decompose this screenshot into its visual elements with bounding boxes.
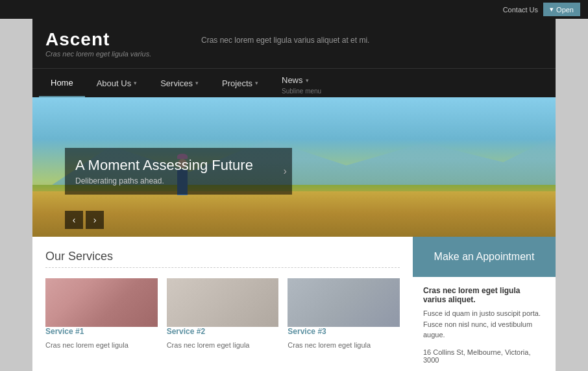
open-label: Open xyxy=(556,6,574,14)
service-image-2 xyxy=(167,278,279,327)
service-item-2: Service #2 Cras nec lorem eget ligula xyxy=(167,278,279,350)
service-image-3 xyxy=(288,278,400,327)
hero-ground xyxy=(32,191,556,237)
nav-item-about[interactable]: About Us ▾ xyxy=(85,69,149,97)
service-link-2[interactable]: Service #2 xyxy=(167,327,279,336)
nav-item-services[interactable]: Services ▾ xyxy=(149,69,210,97)
sidebar-bold-text: Cras nec lorem eget ligula varius alique… xyxy=(423,286,545,304)
chevron-down-icon: ▾ xyxy=(134,80,137,86)
chevron-down-icon: ▾ xyxy=(306,77,309,84)
hero-title: A Moment Assessing Future xyxy=(75,157,253,174)
logo-title: Ascent xyxy=(45,29,175,50)
sidebar-body-text: Fusce id quam in justo suscipit porta. F… xyxy=(423,308,545,341)
top-bar: Contact Us ▾ Open xyxy=(0,0,588,19)
hero-subtitle: Deliberating paths ahead. xyxy=(75,176,253,186)
services-divider xyxy=(45,267,400,268)
sidebar-content: Cras nec lorem eget ligula varius alique… xyxy=(413,277,556,371)
service-item-1: Service #1 Cras nec lorem eget ligula xyxy=(45,278,158,350)
nav-label-news: News xyxy=(282,75,303,85)
service-link-1[interactable]: Service #1 xyxy=(45,327,158,336)
appointment-button[interactable]: Make an Appointment xyxy=(413,237,556,277)
nav-item-projects[interactable]: Projects ▾ xyxy=(210,69,270,97)
sidebar-address: 16 Collins St, Melbourne, Victoria, 3000 xyxy=(423,348,545,364)
logo-subtitle: Cras nec lorem eget ligula varius. xyxy=(45,50,175,58)
center-column: Ascent Cras nec lorem eget ligula varius… xyxy=(32,19,556,371)
hero-next-arrow[interactable]: › xyxy=(284,165,287,177)
hero-prev-button[interactable]: ‹ xyxy=(65,211,83,229)
nav-label-home: Home xyxy=(51,78,73,88)
nav-item-news[interactable]: News ▾ Subline menu xyxy=(270,69,333,97)
services-title: Our Services xyxy=(45,250,400,263)
chevron-down-icon: ▾ xyxy=(255,80,258,86)
page-wrapper: Contact Us ▾ Open Ascent Cras nec lorem … xyxy=(0,0,588,371)
header-tagline: Cras nec lorem eget ligula varius alique… xyxy=(188,29,556,51)
nav-subline-news: Subline menu xyxy=(282,88,321,95)
nav-label-projects: Projects xyxy=(222,78,252,88)
nav-label-services: Services xyxy=(160,78,193,88)
open-button[interactable]: ▾ Open xyxy=(543,3,580,16)
hero-overlay: A Moment Assessing Future Deliberating p… xyxy=(65,148,292,195)
nav-item-home[interactable]: Home xyxy=(39,69,85,97)
service-desc-2: Cras nec lorem eget ligula xyxy=(167,341,250,349)
contact-us-link[interactable]: Contact Us xyxy=(503,6,538,14)
chevron-down-icon: ▾ xyxy=(550,5,554,14)
service-desc-1: Cras nec lorem eget ligula xyxy=(45,341,129,349)
chevron-down-icon: ▾ xyxy=(195,80,199,86)
hero-navigation: ‹ › xyxy=(65,211,104,229)
right-sidebar: Make an Appointment Cras nec lorem eget … xyxy=(413,237,556,371)
hero-section: A Moment Assessing Future Deliberating p… xyxy=(32,97,556,237)
main-nav: Home About Us ▾ Services ▾ Projects ▾ Ne… xyxy=(32,68,556,97)
service-link-3[interactable]: Service #3 xyxy=(288,327,400,336)
services-grid: Service #1 Cras nec lorem eget ligula Se… xyxy=(45,278,400,350)
logo-area: Ascent Cras nec lorem eget ligula varius… xyxy=(32,29,188,68)
content-wrapper: Ascent Cras nec lorem eget ligula varius… xyxy=(0,19,588,371)
hero-next-button[interactable]: › xyxy=(86,211,104,229)
services-section: Our Services Service #1 Cras nec lorem e… xyxy=(32,237,413,371)
main-content: Our Services Service #1 Cras nec lorem e… xyxy=(32,237,556,371)
service-image-1 xyxy=(45,278,158,327)
site-header: Ascent Cras nec lorem eget ligula varius… xyxy=(32,19,556,68)
service-desc-3: Cras nec lorem eget ligula xyxy=(288,341,371,349)
nav-label-about: About Us xyxy=(97,78,131,88)
service-item-3: Service #3 Cras nec lorem eget ligula xyxy=(288,278,400,350)
